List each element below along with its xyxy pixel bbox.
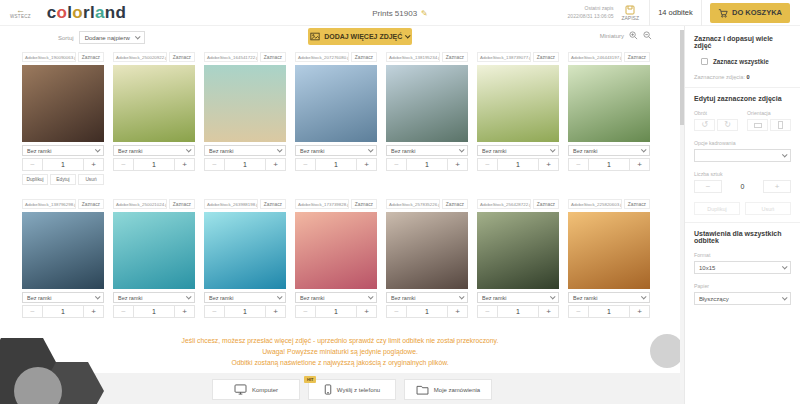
send-from-phone-button[interactable]: HIT Wyślij z telefonu xyxy=(308,379,396,400)
photo-thumbnail[interactable] xyxy=(477,212,559,289)
delete-selected-button[interactable]: Usuń xyxy=(745,202,791,215)
save-button[interactable]: ZAPISZ xyxy=(621,5,639,21)
frame-option-dropdown[interactable]: Bez ramki xyxy=(204,292,286,303)
quantity-decrease-button[interactable]: − xyxy=(478,306,498,317)
edit-title-icon[interactable]: ✎ xyxy=(421,9,428,18)
quantity-increase-button[interactable]: + xyxy=(356,306,376,317)
quantity-increase-button[interactable]: + xyxy=(265,306,285,317)
photo-thumbnail[interactable] xyxy=(113,212,195,289)
logo-text[interactable]: colorland xyxy=(47,4,126,21)
photo-thumbnail[interactable] xyxy=(204,65,286,142)
sort-dropdown[interactable]: Dodane najpierw xyxy=(79,31,146,44)
photo-select-button[interactable]: Zaznacz xyxy=(169,199,195,209)
orientation-landscape-button[interactable] xyxy=(747,119,768,131)
quantity-increase-button[interactable]: + xyxy=(447,159,467,170)
quantity-decrease-button[interactable]: − xyxy=(114,159,134,170)
quantity-increase-button[interactable]: + xyxy=(629,159,649,170)
quantity-decrease-button[interactable]: − xyxy=(569,159,589,170)
quantity-decrease-button[interactable]: − xyxy=(296,306,316,317)
quantity-increase-button[interactable]: + xyxy=(447,306,467,317)
quantity-increase-button[interactable]: + xyxy=(83,306,103,317)
frame-option-dropdown[interactable]: Bez ramki xyxy=(22,145,104,156)
frame-option-dropdown[interactable]: Bez ramki xyxy=(22,292,104,303)
back-button[interactable]: ← WSTECZ xyxy=(10,6,31,19)
orientation-portrait-button[interactable] xyxy=(770,119,791,131)
photo-select-button[interactable]: Zaznacz xyxy=(442,199,468,209)
photo-select-button[interactable]: Zaznacz xyxy=(533,52,559,62)
quantity-decrease-button[interactable]: − xyxy=(205,159,225,170)
quantity-decrease-button[interactable]: − xyxy=(205,306,225,317)
zoom-in-icon[interactable] xyxy=(629,31,638,40)
scrollbar[interactable] xyxy=(680,30,684,390)
quantity-decrease-button[interactable]: − xyxy=(387,159,407,170)
delete-button[interactable]: Usuń xyxy=(78,174,104,185)
photo-select-button[interactable]: Zaznacz xyxy=(169,52,195,62)
quantity-increase-button[interactable]: + xyxy=(538,159,558,170)
crop-options-dropdown[interactable] xyxy=(694,149,791,162)
photo-select-button[interactable]: Zaznacz xyxy=(533,199,559,209)
frame-option-dropdown[interactable]: Bez ramki xyxy=(386,292,468,303)
rotate-left-button[interactable]: ↺ xyxy=(694,119,715,131)
photo-select-button[interactable]: Zaznacz xyxy=(260,199,286,209)
quantity-increase-button[interactable]: + xyxy=(174,159,194,170)
scrollbar-thumb[interactable] xyxy=(680,30,684,125)
format-dropdown[interactable]: 10x15 xyxy=(694,261,791,274)
photo-thumbnail[interactable] xyxy=(386,65,468,142)
photo-thumbnail[interactable] xyxy=(477,65,559,142)
quantity-increase-button[interactable]: + xyxy=(265,159,285,170)
photo-thumbnail[interactable] xyxy=(113,65,195,142)
go-to-cart-button[interactable]: DO KOSZYKA xyxy=(710,3,790,23)
photo-thumbnail[interactable] xyxy=(568,212,650,289)
frame-option-dropdown[interactable]: Bez ramki xyxy=(113,292,195,303)
photo-select-button[interactable]: Zaznacz xyxy=(78,199,104,209)
quantity-increase-button[interactable]: + xyxy=(763,180,791,193)
photo-select-button[interactable]: Zaznacz xyxy=(624,199,650,209)
frame-option-dropdown[interactable]: Bez ramki xyxy=(386,145,468,156)
photo-thumbnail[interactable] xyxy=(22,212,104,289)
photo-select-button[interactable]: Zaznacz xyxy=(624,52,650,62)
quantity-decrease-button[interactable]: − xyxy=(23,159,43,170)
quantity-decrease-button[interactable]: − xyxy=(387,306,407,317)
quantity-increase-button[interactable]: + xyxy=(356,159,376,170)
photo-thumbnail[interactable] xyxy=(22,65,104,142)
photo-select-button[interactable]: Zaznacz xyxy=(351,199,377,209)
quantity-decrease-button[interactable]: − xyxy=(114,306,134,317)
frame-option-dropdown[interactable]: Bez ramki xyxy=(568,145,650,156)
upload-from-computer-button[interactable]: Komputer xyxy=(212,379,300,400)
quantity-increase-button[interactable]: + xyxy=(83,159,103,170)
photo-select-button[interactable]: Zaznacz xyxy=(78,52,104,62)
add-more-photos-button[interactable]: DODAJ WIĘCEJ ZDJĘĆ xyxy=(308,28,412,45)
photo-select-button[interactable]: Zaznacz xyxy=(442,52,468,62)
photo-thumbnail[interactable] xyxy=(568,65,650,142)
frame-option-dropdown[interactable]: Bez ramki xyxy=(295,145,377,156)
paper-dropdown[interactable]: Błyszczący xyxy=(694,292,791,305)
quantity-decrease-button[interactable]: − xyxy=(694,180,722,193)
photo-thumbnail[interactable] xyxy=(295,212,377,289)
my-orders-button[interactable]: Moje zamówienia xyxy=(404,379,492,400)
quantity-increase-button[interactable]: + xyxy=(174,306,194,317)
duplicate-selected-button[interactable]: Duplikuj xyxy=(694,202,740,215)
quantity-decrease-button[interactable]: − xyxy=(569,306,589,317)
photo-select-button[interactable]: Zaznacz xyxy=(260,52,286,62)
duplicate-button[interactable]: Duplikuj xyxy=(22,174,48,185)
edit-button[interactable]: Edytuj xyxy=(50,174,76,185)
quantity-increase-button[interactable]: + xyxy=(629,306,649,317)
quantity-increase-button[interactable]: + xyxy=(538,306,558,317)
quantity-decrease-button[interactable]: − xyxy=(296,159,316,170)
frame-option-dropdown[interactable]: Bez ramki xyxy=(295,292,377,303)
quantity-decrease-button[interactable]: − xyxy=(478,159,498,170)
rotate-right-button[interactable]: ↻ xyxy=(717,119,738,131)
frame-option-dropdown[interactable]: Bez ramki xyxy=(113,145,195,156)
select-all-checkbox[interactable] xyxy=(701,58,708,65)
frame-option-dropdown[interactable]: Bez ramki xyxy=(477,292,559,303)
frame-option-dropdown[interactable]: Bez ramki xyxy=(477,145,559,156)
frame-option-dropdown[interactable]: Bez ramki xyxy=(204,145,286,156)
frame-option-dropdown[interactable]: Bez ramki xyxy=(568,292,650,303)
photo-select-button[interactable]: Zaznacz xyxy=(351,52,377,62)
quantity-decrease-button[interactable]: − xyxy=(23,306,43,317)
zoom-out-icon[interactable] xyxy=(643,31,652,40)
photo-thumbnail[interactable] xyxy=(386,212,468,289)
scroll-to-top-button[interactable] xyxy=(650,334,684,368)
photo-thumbnail[interactable] xyxy=(295,65,377,142)
photo-thumbnail[interactable] xyxy=(204,212,286,289)
